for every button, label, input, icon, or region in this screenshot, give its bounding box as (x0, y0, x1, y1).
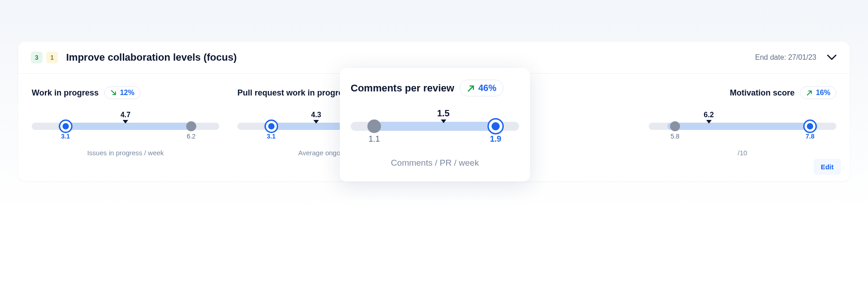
badge-green: 3 (31, 52, 43, 63)
gauge: 6.2 5.8 7.8 (649, 111, 836, 135)
end-date: End date: 27/01/23 (755, 53, 816, 62)
arrow-down-right-icon (110, 89, 117, 96)
metric-comments-per-review-card[interactable]: Comments per review 46% 1.5 1.1 1.9 Comm… (340, 68, 530, 182)
metric-title: Pull request work in progress (237, 88, 352, 98)
metric-title: Work in progress (32, 88, 99, 98)
arrow-up-right-icon (806, 89, 813, 96)
gauge-current-dot (59, 119, 72, 133)
metric-subtitle: Issues in progress / week (32, 149, 219, 157)
gauge-target-dot (186, 121, 196, 131)
metric-title: Motivation score (730, 88, 795, 98)
gauge-target-dot (487, 118, 504, 134)
change-pill: 16% (800, 86, 836, 99)
arrow-up-right-icon (467, 84, 476, 93)
chevron-down-icon[interactable] (826, 52, 837, 63)
gauge-start-dot (367, 119, 381, 133)
gauge: 4.7 3.1 6.2 (32, 111, 219, 135)
change-pill: 46% (460, 80, 503, 96)
gauge-target-dot (803, 119, 817, 133)
metric-title: Comments per review (351, 82, 454, 94)
gauge-start-dot (670, 121, 680, 131)
gauge-current-dot (265, 119, 278, 133)
edit-button[interactable]: Edit (814, 159, 841, 175)
metric-motivation: Motivation score 16% 6.2 5.8 (640, 86, 845, 157)
change-pill: 12% (104, 86, 140, 99)
metric-subtitle: /10 (649, 149, 836, 157)
gauge: 1.5 1.1 1.9 (351, 108, 519, 140)
metric-subtitle: Comments / PR / week (351, 158, 519, 168)
metric-work-in-progress: Work in progress 12% 4.7 3.1 (23, 86, 228, 157)
panel-title: Improve collaboration levels (focus) (66, 52, 237, 63)
badge-yellow: 1 (46, 52, 58, 63)
